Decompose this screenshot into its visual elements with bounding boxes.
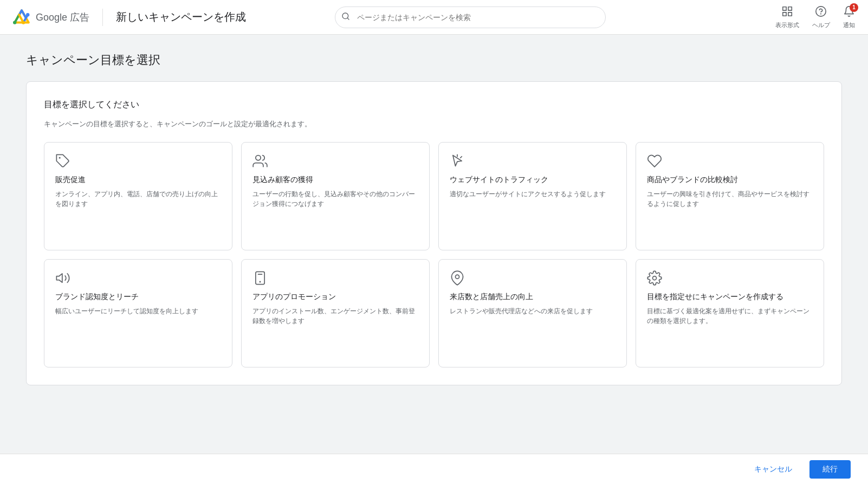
goal-desc-local: レストランや販売代理店などへの来店を促します [450, 306, 616, 316]
header-page-title: 新しいキャンペーンを作成 [116, 10, 246, 24]
goal-card-sales[interactable]: 販売促進 オンライン、アプリ内、電話、店舗での売り上げの向上を図ります [44, 142, 232, 250]
notifications-button[interactable]: 1 通知 [843, 5, 855, 29]
brand-name: Google 広告 [36, 11, 89, 24]
cursor-icon [450, 153, 465, 169]
grid-icon [781, 5, 793, 20]
goal-desc-awareness: 幅広いユーザーにリーチして認知度を向上します [55, 306, 221, 316]
bell-icon: 1 [843, 5, 855, 20]
svg-point-11 [816, 6, 826, 16]
logo: Google 広告 [13, 9, 89, 26]
goal-desc-app: アプリのインストール数、エンゲージメント数、事前登録数を増やします [252, 306, 418, 326]
goal-desc-consideration: ユーザーの興味を引き付けて、商品やサービスを検討するように促します [647, 189, 813, 209]
speaker-icon [55, 270, 70, 286]
page-title: キャンペーン目標を選択 [26, 52, 842, 68]
goal-desc-traffic: 適切なユーザーがサイトにアクセスするよう促します [450, 189, 616, 199]
svg-point-2 [13, 21, 16, 24]
goals-grid: 販売促進 オンライン、アプリ内、電話、店舗での売り上げの向上を図ります 見込み顧… [44, 142, 824, 367]
cancel-button[interactable]: キャンセル [746, 460, 801, 479]
goal-desc-no-goal: 目標に基づく最適化案を適用せずに、まずキャンペーンの種類を選択します。 [647, 306, 813, 326]
goal-title-traffic: ウェブサイトのトラフィック [450, 175, 616, 185]
goal-title-no-goal: 目標を指定せにキャンペーンを作成する [647, 292, 813, 302]
card-subtitle: キャンペーンの目標を選択すると、キャンペーンのゴールと設定が最適化されます。 [44, 119, 824, 129]
heart-icon [647, 153, 662, 169]
goal-title-leads: 見込み顧客の獲得 [252, 175, 418, 185]
svg-point-4 [26, 13, 29, 16]
help-button[interactable]: ヘルプ [812, 5, 830, 29]
goal-card-leads[interactable]: 見込み顧客の獲得 ユーザーの行動を促し、見込み顧客やその他のコンバージョン獲得に… [241, 142, 430, 250]
card-section-title: 目標を選択してください [44, 99, 824, 111]
goal-title-local: 来店数と店舗売上の向上 [450, 292, 616, 302]
svg-point-22 [653, 276, 657, 280]
tag-icon [55, 153, 70, 169]
display-format-label: 表示形式 [775, 21, 799, 29]
svg-point-21 [456, 275, 459, 279]
goal-card-awareness[interactable]: ブランド認知度とリーチ 幅広いユーザーにリーチして認知度を向上します [44, 259, 232, 367]
goal-card-app[interactable]: アプリのプロモーション アプリのインストール数、エンゲージメント数、事前登録数を… [241, 259, 430, 367]
goal-title-sales: 販売促進 [55, 175, 221, 185]
svg-line-6 [347, 18, 349, 20]
header-divider [102, 9, 103, 26]
goal-card-consideration[interactable]: 商品やブランドの比較検討 ユーザーの興味を引き付けて、商品やサービスを検討するよ… [636, 142, 824, 250]
goal-desc-sales: オンライン、アプリ内、電話、店舗での売り上げの向上を図ります [55, 189, 221, 209]
svg-point-3 [22, 21, 25, 24]
main-content: キャンペーン目標を選択 目標を選択してください キャンペーンの目標を選択すると、… [0, 35, 868, 403]
display-format-button[interactable]: 表示形式 [775, 5, 799, 29]
search-icon [341, 12, 350, 23]
svg-rect-8 [788, 7, 792, 10]
goal-title-app: アプリのプロモーション [252, 292, 418, 302]
location-icon [450, 270, 465, 286]
goal-card-traffic[interactable]: ウェブサイトのトラフィック 適切なユーザーがサイトにアクセスするよう促します [438, 142, 627, 250]
goal-title-consideration: 商品やブランドの比較検討 [647, 175, 813, 185]
svg-rect-9 [783, 12, 786, 15]
notification-badge: 1 [850, 3, 858, 12]
notifications-label: 通知 [843, 21, 855, 29]
svg-rect-10 [788, 12, 792, 15]
goal-card-no-goal[interactable]: 目標を指定せにキャンペーンを作成する 目標に基づく最適化案を適用せずに、まずキャ… [636, 259, 824, 367]
help-label: ヘルプ [812, 21, 830, 29]
goal-title-awareness: ブランド認知度とリーチ [55, 292, 221, 302]
goal-desc-leads: ユーザーの行動を促し、見込み顧客やその他のコンバージョン獲得につなげます [252, 189, 418, 209]
continue-button[interactable]: 続行 [809, 460, 851, 479]
svg-rect-7 [783, 7, 786, 10]
header: Google 広告 新しいキャンペーンを作成 表示形式 [0, 0, 868, 35]
search-bar [335, 7, 606, 28]
goals-card: 目標を選択してください キャンペーンの目標を選択すると、キャンペーンのゴールと設… [26, 81, 842, 385]
google-ads-logo-icon [13, 9, 30, 26]
svg-marker-17 [56, 274, 62, 282]
phone-icon [252, 270, 268, 286]
search-input[interactable] [335, 7, 606, 28]
svg-line-16 [461, 157, 462, 158]
header-actions: 表示形式 ヘルプ 1 通知 [775, 5, 855, 29]
help-icon [815, 5, 827, 20]
goal-card-local[interactable]: 来店数と店舗売上の向上 レストランや販売代理店などへの来店を促します [438, 259, 627, 367]
people-icon [252, 153, 268, 169]
svg-point-14 [256, 156, 261, 160]
settings-icon [647, 270, 662, 286]
footer: キャンセル 続行 [0, 454, 868, 484]
